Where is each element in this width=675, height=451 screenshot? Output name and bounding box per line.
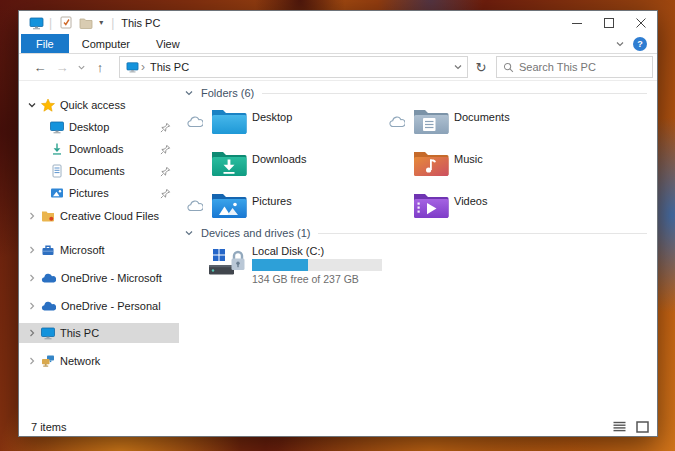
onedrive-status-icon [389,116,405,128]
chevron-down-icon[interactable] [184,88,194,98]
expand-ribbon-icon[interactable] [615,39,625,49]
caption-buttons [561,11,657,34]
folder-tile-label: Downloads [252,153,306,165]
this-pc-icon [29,16,44,30]
tab-file[interactable]: File [21,34,69,53]
breadcrumb[interactable]: This PC [150,61,189,73]
recent-locations-icon[interactable] [73,63,89,72]
sidebar-item-onedrive-microsoft[interactable]: OneDrive - Microsoft [19,268,179,288]
sidebar-item-creative-cloud-files[interactable]: Creative Cloud Files [19,206,179,226]
chevron-right-icon[interactable] [25,273,39,283]
chevron-right-icon[interactable] [25,301,39,311]
maximize-button[interactable] [593,11,625,34]
folder-tile-label: Pictures [252,195,292,207]
address-bar[interactable]: › This PC [119,56,468,78]
large-icons-view-icon[interactable] [636,421,649,433]
pictures-icon [50,186,64,200]
chevron-down-icon[interactable] [25,100,39,110]
status-bar: 7 items [19,416,657,437]
folder-tile-videos[interactable]: Videos [383,189,585,231]
folder-icon-pictures [211,191,247,219]
sidebar-item-network[interactable]: Network [19,351,179,371]
sidebar-item-label: OneDrive - Personal [61,300,161,312]
properties-icon[interactable] [60,16,73,29]
onedrive-status-icon [187,116,203,128]
file-list-pane: Folders (6) Desktop [179,81,657,416]
sidebar-item-downloads[interactable]: Downloads [19,139,179,159]
drive-capacity-fill [252,259,308,271]
sidebar-item-this-pc[interactable]: This PC [19,323,179,343]
devices-group-header[interactable]: Devices and drives (1) [184,227,647,239]
refresh-icon[interactable]: ↻ [468,60,494,75]
back-button[interactable]: ← [29,60,51,75]
document-icon [50,164,64,178]
sidebar-item-documents[interactable]: Documents [19,161,179,181]
search-input[interactable] [519,61,639,73]
folder-tile-pictures[interactable]: Pictures [181,189,383,231]
sidebar-item-pictures[interactable]: Pictures [19,183,179,203]
sidebar-item-label: Documents [69,165,125,177]
folder-icon-downloads [211,149,247,177]
details-view-icon[interactable] [613,421,626,432]
main-area: Quick access Desktop Downloads Documents… [19,81,657,416]
chevron-right-icon[interactable] [25,211,39,221]
star-icon [41,98,55,112]
hard-drive-bitlocker-icon [207,245,247,279]
file-explorer-window: | ▾ | This PC File Computer View [18,10,658,437]
sidebar-item-microsoft[interactable]: Microsoft [19,240,179,260]
close-button[interactable] [625,11,657,34]
forward-button[interactable]: → [51,60,73,75]
pin-icon [160,122,171,133]
sidebar-item-label: OneDrive - Microsoft [61,272,162,284]
folder-icon-music [413,149,449,177]
folder-tile-downloads[interactable]: Downloads [181,147,383,189]
sidebar-item-label: Microsoft [60,244,105,256]
tab-computer[interactable]: Computer [69,34,143,53]
chevron-right-icon[interactable] [25,245,39,255]
help-icon[interactable]: ? [633,37,647,51]
chevron-right-icon[interactable] [25,328,39,338]
minimize-button[interactable] [561,11,593,34]
items-count: 7 items [31,421,66,433]
folder-icon-documents [413,107,449,135]
folder-icon-desktop [211,107,247,135]
window-title: This PC [121,17,160,29]
ribbon-tab-bar: File Computer View ? [19,34,657,54]
sidebar-item-onedrive-personal[interactable]: OneDrive - Personal [19,296,179,316]
tab-view[interactable]: View [143,34,193,53]
folder-tile-music[interactable]: Music [383,147,585,189]
sidebar-item-quick-access[interactable]: Quick access [19,95,179,115]
pin-icon [160,144,171,155]
drive-tile-local-disk-c[interactable]: Local Disk (C:) 134 GB free of 237 GB [181,243,521,287]
search-icon [503,62,514,73]
folder-tiles-grid: Desktop Documents Downloads [181,105,585,231]
briefcase-icon [41,243,55,257]
search-box[interactable] [496,56,653,78]
sidebar-item-label: Network [60,355,100,367]
network-icon [41,354,55,368]
drive-capacity-bar [252,259,382,271]
folder-tile-label: Videos [454,195,487,207]
folder-tile-documents[interactable]: Documents [383,105,585,147]
group-header-label: Devices and drives (1) [201,227,310,239]
computer-icon [41,326,55,340]
address-dropdown-icon[interactable] [453,62,463,72]
sidebar-item-label: Creative Cloud Files [60,210,159,222]
folder-tile-label: Documents [454,111,510,123]
up-button[interactable]: ↑ [89,60,111,75]
navigation-bar: ← → ↑ › This PC ↻ [19,54,657,81]
sidebar-item-desktop[interactable]: Desktop [19,117,179,137]
breadcrumb-separator: › [141,60,145,74]
chevron-right-icon[interactable] [25,356,39,366]
quick-toolbar-dropdown-icon[interactable]: ▾ [99,18,103,27]
sidebar-item-label: This PC [60,327,99,339]
sidebar-item-label: Desktop [69,121,109,133]
folder-tile-label: Desktop [252,111,292,123]
new-folder-icon[interactable] [79,17,93,29]
this-pc-icon [126,61,139,73]
onedrive-cloud-icon [41,301,56,312]
titlebar[interactable]: | ▾ | This PC [19,11,657,34]
folder-tile-desktop[interactable]: Desktop [181,105,383,147]
folders-group-header[interactable]: Folders (6) [184,87,647,99]
chevron-down-icon[interactable] [184,228,194,238]
